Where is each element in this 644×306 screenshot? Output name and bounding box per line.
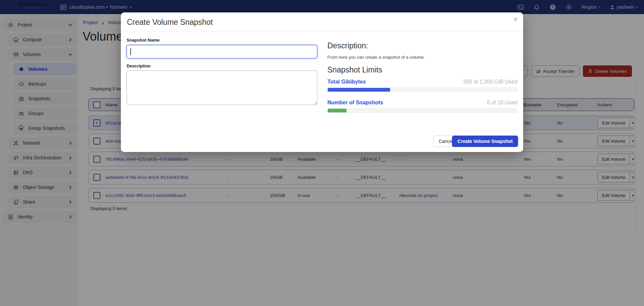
snapshots-progress-fill [328,109,347,112]
snapshots-limit-row: Number of Snapshots 0 of 10 Used [327,100,517,106]
snapshot-name-label: Snapshot Name [127,38,159,43]
modal-info-text: From here you can create a snapshot of a… [327,55,425,60]
snapshots-usage-text: 0 of 10 Used [487,100,517,106]
snapshots-limit-label: Number of Snapshots [327,100,383,106]
snapshot-limits-heading: Snapshot Limits [327,65,382,74]
gibibytes-limit-label: Total Gibibytes [327,79,366,85]
description-textarea[interactable] [127,70,317,105]
snapshot-name-input[interactable] [127,45,317,58]
close-icon[interactable]: × [513,14,518,25]
text-cursor [130,48,131,55]
modal-header-divider [121,31,523,31]
app-root: Cloudtopiaa Your Cloud Partner cloudtopi… [0,0,644,306]
gibibytes-progress-bar [327,88,517,92]
gibibytes-progress-fill [328,88,390,92]
create-volume-snapshot-button[interactable]: Create Volume Snapshot [452,136,518,147]
create-volume-snapshot-modal: Create Volume Snapshot × Snapshot Name D… [121,12,523,152]
description-label: Description [127,63,151,68]
modal-info-heading: Description: [327,41,368,50]
gibibytes-limit-row: Total Gibibytes 330 of 1,000 GiB Used [327,79,517,85]
gibibytes-usage-text: 330 of 1,000 GiB Used [463,79,517,85]
snapshots-progress-bar [327,108,517,113]
modal-title: Create Volume Snapshot [127,18,213,27]
